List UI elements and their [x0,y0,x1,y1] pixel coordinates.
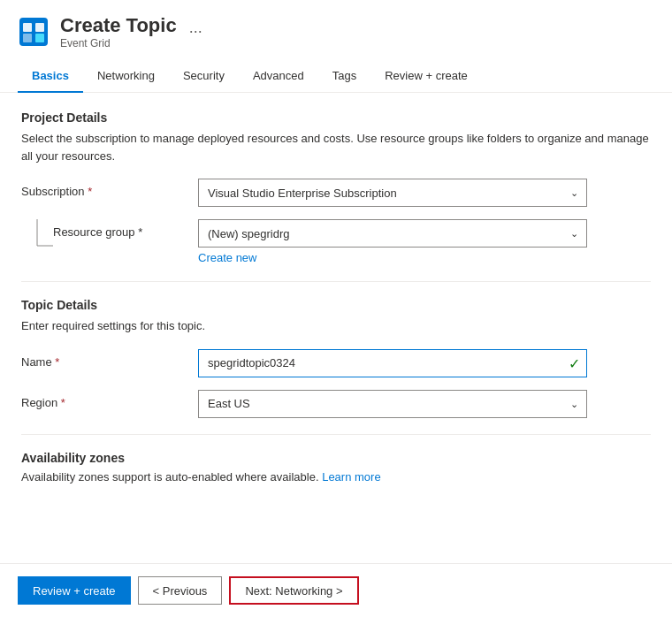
next-networking-button[interactable]: Next: Networking > [229,576,358,605]
availability-zones-desc: Availability zones support is auto-enabl… [21,470,651,484]
footer: Review + create < Previous Next: Network… [0,563,672,617]
tab-networking[interactable]: Networking [83,60,169,93]
region-row: Region * East US ⌄ [21,390,651,418]
resource-group-label: Resource group * [53,219,198,239]
project-details-desc: Select the subscription to manage deploy… [21,130,651,164]
learn-more-link[interactable]: Learn more [322,470,380,484]
resource-group-control: (New) spegridrg ⌄ Create new [198,219,587,264]
resource-group-row: Resource group * (New) spegridrg ⌄ Creat… [21,219,651,265]
name-row: Name * ✓ [21,349,651,377]
divider-1 [21,281,651,282]
page-subtitle: Event Grid [60,37,202,50]
tab-basics[interactable]: Basics [18,60,83,93]
event-grid-icon [18,16,50,48]
topic-details-section: Topic Details Enter required settings fo… [21,298,651,418]
svg-rect-4 [35,34,44,42]
availability-zones-section: Availability zones Availability zones su… [21,451,651,484]
svg-rect-1 [23,23,32,32]
tab-advanced[interactable]: Advanced [239,60,318,93]
name-input[interactable] [198,349,587,377]
page-title: Create Topic [60,14,177,37]
project-details-title: Project Details [21,110,651,125]
region-label: Region * [21,390,198,409]
name-label: Name * [21,349,198,369]
review-create-button[interactable]: Review + create [18,576,131,605]
tree-line [21,219,53,265]
svg-rect-2 [35,23,44,32]
topic-details-desc: Enter required settings for this topic. [21,317,651,335]
name-control: ✓ [198,349,587,377]
svg-rect-3 [23,34,32,42]
previous-button[interactable]: < Previous [138,576,223,605]
project-details-section: Project Details Select the subscription … [21,110,651,265]
tab-tags[interactable]: Tags [318,60,370,93]
tab-review-create[interactable]: Review + create [370,60,482,93]
more-options-button[interactable]: ... [189,19,202,37]
region-control: East US ⌄ [198,390,587,418]
nav-tabs: Basics Networking Security Advanced Tags… [0,60,672,93]
tab-security[interactable]: Security [169,60,239,93]
create-new-link[interactable]: Create new [198,251,256,264]
subscription-row: Subscription * Visual Studio Enterprise … [21,179,651,207]
topic-details-title: Topic Details [21,298,651,312]
region-select[interactable]: East US [198,390,587,418]
subscription-control: Visual Studio Enterprise Subscription ⌄ [198,179,587,207]
subscription-select[interactable]: Visual Studio Enterprise Subscription [198,179,587,207]
main-content: Project Details Select the subscription … [0,93,672,563]
resource-group-select[interactable]: (New) spegridrg [198,219,587,248]
header-text: Create Topic ... Event Grid [60,14,202,50]
subscription-label: Subscription * [21,179,198,198]
divider-2 [21,434,651,435]
name-valid-icon: ✓ [569,354,580,371]
availability-zones-title: Availability zones [21,451,651,465]
